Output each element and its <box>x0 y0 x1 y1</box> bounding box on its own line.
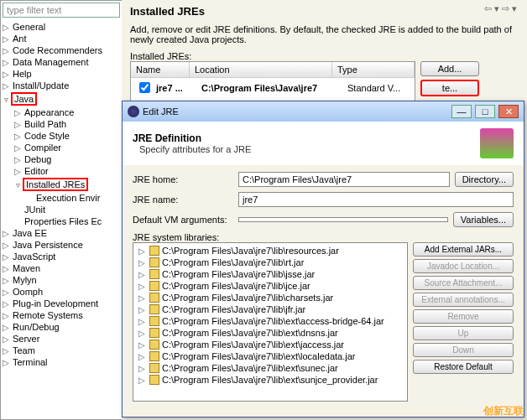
jar-icon <box>149 363 159 373</box>
row-location: C:\Program Files\Java\jre7 <box>201 83 344 93</box>
list-item[interactable]: ▷C:\Program Files\Java\jre7\lib\ext\sunj… <box>135 374 405 386</box>
javadoc-button[interactable]: Javadoc Location... <box>413 259 514 273</box>
jre-home-input[interactable]: C:\Program Files\Java\jre7 <box>238 172 450 187</box>
list-item[interactable]: ▷C:\Program Files\Java\jre7\lib\charsets… <box>135 292 405 303</box>
close-button[interactable]: ✕ <box>498 105 519 118</box>
banner-desc: Specify attributes for a JRE <box>133 144 480 154</box>
table-label: Installed JREs: <box>130 51 519 61</box>
jre-name-input[interactable]: jre7 <box>238 192 514 207</box>
vm-args-input[interactable] <box>238 217 448 222</box>
dialog-banner: JRE Definition Specify attributes for a … <box>123 122 524 165</box>
tree-item[interactable]: Execution Envir <box>1 192 122 204</box>
external-annotations-button[interactable]: External annotations... <box>413 293 514 307</box>
tree-item[interactable]: ▷Install/Update <box>1 80 122 91</box>
jar-icon <box>149 246 159 256</box>
eclipse-icon <box>128 106 139 117</box>
tree-item[interactable]: Properties Files Ec <box>1 215 122 227</box>
row-name: jre7 ... <box>156 83 198 93</box>
tree-item[interactable]: ▷Editor <box>1 165 122 177</box>
jar-icon <box>149 328 159 338</box>
tree-item[interactable]: ▿Java <box>1 91 122 106</box>
tree-item[interactable]: ▷Team <box>1 345 122 356</box>
tree-item[interactable]: ▷JavaScript <box>1 251 122 262</box>
list-item[interactable]: ▷C:\Program Files\Java\jre7\lib\jfr.jar <box>135 303 405 315</box>
jre-name-label: JRE name: <box>133 194 233 205</box>
jar-icon <box>149 340 159 350</box>
remove-button[interactable]: Remove <box>413 309 514 324</box>
jar-icon <box>149 304 159 314</box>
up-button[interactable]: Up <box>413 326 514 340</box>
restore-default-button[interactable]: Restore Default <box>413 360 514 374</box>
jar-icon <box>149 316 159 326</box>
tree-item[interactable]: ▷Plug-in Development <box>1 298 122 309</box>
books-icon <box>480 128 514 158</box>
maximize-button[interactable]: □ <box>475 105 495 118</box>
tree-item[interactable]: ▷Remote Systems <box>1 309 122 321</box>
tree-item[interactable]: ▷Code Recommenders <box>1 44 122 56</box>
jar-icon <box>149 269 159 279</box>
tree-item[interactable]: ▿Installed JREs <box>1 177 122 192</box>
tree-item[interactable]: ▷Oomph <box>1 286 122 298</box>
table-header: Name Location Type <box>131 62 415 78</box>
jar-icon <box>149 351 159 361</box>
list-item[interactable]: ▷C:\Program Files\Java\jre7\lib\ext\sune… <box>135 362 405 374</box>
libs-list[interactable]: ▷C:\Program Files\Java\jre7\lib\resource… <box>133 242 408 402</box>
tree-item[interactable]: ▷Ant <box>1 33 122 44</box>
list-item[interactable]: ▷C:\Program Files\Java\jre7\lib\resource… <box>135 245 405 257</box>
nav-history[interactable]: ⇦ ▾ ⇨ ▾ <box>484 3 517 14</box>
tree-item[interactable]: ▷Data Management <box>1 56 122 68</box>
tree-item[interactable]: ▷General <box>1 21 122 33</box>
edit-jre-dialog: Edit JRE — □ ✕ JRE Definition Specify at… <box>122 101 524 417</box>
banner-title: JRE Definition <box>133 132 480 144</box>
list-item[interactable]: ▷C:\Program Files\Java\jre7\lib\ext\dnsn… <box>135 327 405 339</box>
page-desc: Add, remove or edit JRE definitions. By … <box>130 24 519 44</box>
list-item[interactable]: ▷C:\Program Files\Java\jre7\lib\jsse.jar <box>135 268 405 280</box>
tree-item[interactable]: ▷Build Path <box>1 118 122 130</box>
tree-item[interactable]: ▷Server <box>1 333 122 345</box>
tree-item[interactable]: ▷Mylyn <box>1 274 122 286</box>
tree-item[interactable]: JUnit <box>1 204 122 215</box>
dialog-title: Edit JRE <box>143 106 179 117</box>
tree-item[interactable]: ▷Debug <box>1 153 122 165</box>
dialog-titlebar[interactable]: Edit JRE — □ ✕ <box>123 101 524 122</box>
list-item[interactable]: ▷C:\Program Files\Java\jre7\lib\ext\jacc… <box>135 339 405 350</box>
row-type: Standard V... <box>347 83 400 93</box>
down-button[interactable]: Down <box>413 343 514 357</box>
libs-label: JRE system libraries: <box>133 232 514 242</box>
jar-icon <box>149 257 159 267</box>
watermark: 创新互联 <box>483 404 524 418</box>
tree-item[interactable]: ▷Help <box>1 68 122 80</box>
jar-icon <box>149 281 159 291</box>
jar-icon <box>149 293 159 303</box>
list-item[interactable]: ▷C:\Program Files\Java\jre7\lib\jce.jar <box>135 280 405 292</box>
variables-button[interactable]: Variables... <box>453 212 514 227</box>
list-item[interactable]: ▷C:\Program Files\Java\jre7\lib\rt.jar <box>135 257 405 268</box>
tree-item[interactable]: ▷Run/Debug <box>1 321 122 333</box>
add-button[interactable]: Add... <box>420 61 479 76</box>
page-title: Installed JREs <box>130 5 519 18</box>
col-location[interactable]: Location <box>190 62 332 77</box>
col-type[interactable]: Type <box>332 62 415 77</box>
tree-item[interactable]: ▷Java EE <box>1 227 122 239</box>
jre-checkbox[interactable] <box>139 82 150 93</box>
tree-item[interactable]: ▷Appearance <box>1 106 122 118</box>
add-external-jars-button[interactable]: Add External JARs... <box>413 242 514 257</box>
filter-input[interactable]: type filter text <box>3 3 120 18</box>
jre-table[interactable]: Name Location Type jre7 ... C:\Program F… <box>130 61 415 105</box>
tree-item[interactable]: ▷Terminal <box>1 356 122 368</box>
directory-button[interactable]: Directory... <box>455 172 514 187</box>
vm-args-label: Default VM arguments: <box>133 215 233 225</box>
tree-item[interactable]: ▷Maven <box>1 262 122 274</box>
preferences-tree: ▷General▷Ant▷Code Recommenders▷Data Mana… <box>1 19 122 419</box>
jre-home-label: JRE home: <box>133 174 233 184</box>
tree-item[interactable]: ▷Code Style <box>1 130 122 142</box>
tree-item[interactable]: ▷Java Persistence <box>1 239 122 251</box>
edit-button[interactable]: te... <box>420 80 479 96</box>
col-name[interactable]: Name <box>131 62 190 77</box>
source-attach-button[interactable]: Source Attachment... <box>413 276 514 290</box>
list-item[interactable]: ▷C:\Program Files\Java\jre7\lib\ext\loca… <box>135 350 405 362</box>
list-item[interactable]: ▷C:\Program Files\Java\jre7\lib\ext\acce… <box>135 315 405 327</box>
table-row[interactable]: jre7 ... C:\Program Files\Java\jre7 Stan… <box>131 78 415 97</box>
minimize-button[interactable]: — <box>451 105 472 118</box>
tree-item[interactable]: ▷Compiler <box>1 142 122 153</box>
